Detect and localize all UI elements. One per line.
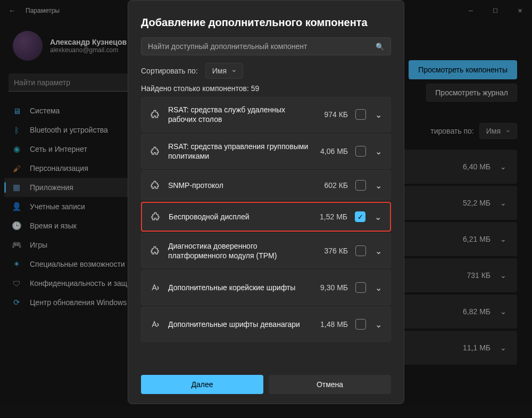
chevron-down-icon[interactable]: ⌄ <box>373 246 383 256</box>
dialog-search-input[interactable]: Найти доступный дополнительный компонент… <box>141 37 391 55</box>
extension-icon <box>149 146 161 157</box>
chevron-down-icon[interactable]: ⌄ <box>373 146 383 157</box>
component-label: SNMP-протокол <box>168 181 309 190</box>
extension-icon <box>149 245 161 256</box>
component-label: Диагностика доверенного платформенного м… <box>168 241 309 260</box>
component-checkbox[interactable]: ✓ <box>355 211 365 222</box>
component-row[interactable]: SNMP-протокол 602 КБ ⌄ <box>141 170 391 200</box>
component-size: 9,30 МБ <box>316 283 348 292</box>
component-row[interactable]: RSAT: средства служб удаленных рабочих с… <box>141 97 391 132</box>
component-checkbox[interactable] <box>355 109 366 120</box>
extension-icon <box>149 282 161 293</box>
component-size: 4,06 МБ <box>316 147 348 155</box>
dialog-sort-select[interactable]: Имя <box>205 63 243 79</box>
component-size: 602 КБ <box>316 181 348 190</box>
component-row[interactable]: Дополнительные корейские шрифты 9,30 МБ … <box>141 270 391 305</box>
component-checkbox[interactable] <box>355 146 366 157</box>
component-label: Дополнительные шрифты деванагари <box>168 319 309 329</box>
component-checkbox[interactable] <box>355 282 366 293</box>
dialog-title: Добавление дополнительного компонента <box>141 17 391 29</box>
component-size: 1,52 МБ <box>315 212 347 221</box>
component-size: 1,48 МБ <box>316 320 348 329</box>
extension-icon <box>149 211 161 222</box>
extension-icon <box>149 319 161 330</box>
dialog-sort-label: Сортировать по: <box>141 67 198 75</box>
next-button[interactable]: Далее <box>141 375 263 394</box>
component-checkbox[interactable] <box>355 319 366 330</box>
chevron-down-icon[interactable]: ⌄ <box>373 283 383 293</box>
chevron-down-icon[interactable]: ⌄ <box>373 319 383 330</box>
chevron-down-icon[interactable]: ⌄ <box>373 181 383 191</box>
component-list: RSAT: средства служб удаленных рабочих с… <box>141 97 391 366</box>
component-row[interactable]: Беспроводной дисплей 1,52 МБ ✓ ⌄ <box>141 202 391 232</box>
dialog-search-placeholder: Найти доступный дополнительный компонент <box>148 42 307 51</box>
component-size: 376 КБ <box>316 247 348 255</box>
add-component-dialog: Добавление дополнительного компонента На… <box>128 0 404 404</box>
found-count-label: Найдено столько компонентов: 59 <box>141 84 391 93</box>
component-row[interactable]: Дополнительные шрифты деванагари 1,48 МБ… <box>141 307 391 342</box>
component-label: Дополнительные корейские шрифты <box>168 283 309 292</box>
search-icon: 🔍 <box>376 43 384 51</box>
component-label: Беспроводной дисплей <box>169 212 308 222</box>
component-row[interactable]: Диагностика доверенного платформенного м… <box>141 233 391 268</box>
chevron-down-icon[interactable]: ⌄ <box>373 110 383 120</box>
component-label: RSAT: средства служб удаленных рабочих с… <box>168 105 309 124</box>
extension-icon <box>149 180 161 191</box>
cancel-button[interactable]: Отмена <box>269 375 391 394</box>
component-checkbox[interactable] <box>355 245 366 256</box>
chevron-down-icon[interactable]: ⌄ <box>373 212 383 222</box>
component-size: 974 КБ <box>316 110 348 119</box>
component-checkbox[interactable] <box>355 180 366 191</box>
extension-icon <box>149 109 161 120</box>
component-label: RSAT: средства управления групповыми пол… <box>168 142 309 161</box>
component-row[interactable]: RSAT: средства управления групповыми пол… <box>141 134 391 169</box>
